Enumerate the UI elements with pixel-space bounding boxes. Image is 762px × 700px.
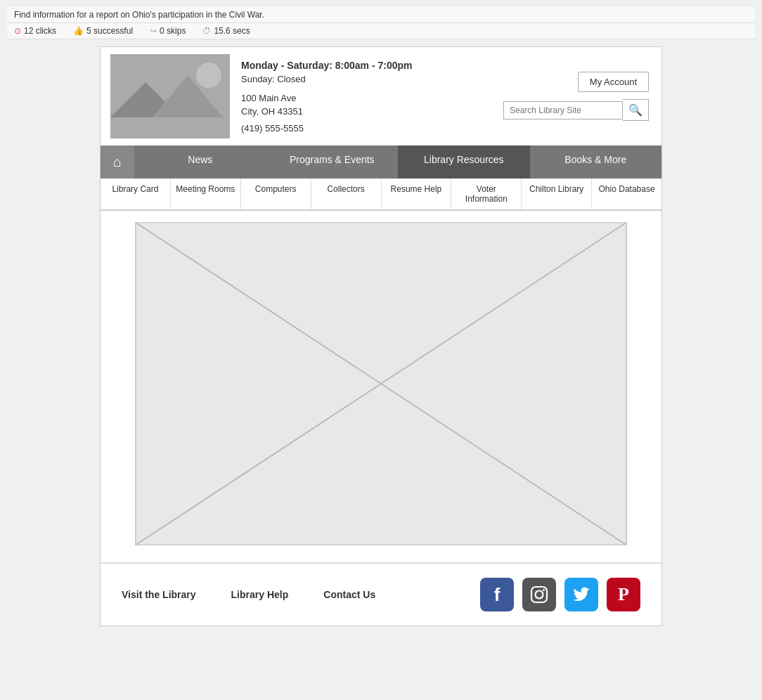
nav-news[interactable]: News <box>134 145 266 179</box>
address: 100 Main Ave City, OH 43351 <box>241 91 492 119</box>
phone: (419) 555-5555 <box>241 123 492 134</box>
sub-resume-help[interactable]: Resume Help <box>382 179 452 209</box>
sub-ohio-database[interactable]: Ohio Database <box>592 179 661 209</box>
svg-point-9 <box>543 589 545 591</box>
sub-collectors[interactable]: Collectors <box>311 179 382 209</box>
nav-programs[interactable]: Programs & Events <box>266 145 398 179</box>
footer-visit[interactable]: Visit the Library <box>122 589 196 600</box>
nav-secondary: Library Card Meeting Rooms Computers Col… <box>101 179 661 211</box>
nav-library-resources[interactable]: Library Resources <box>398 145 529 179</box>
svg-point-3 <box>196 63 221 88</box>
footer-contact[interactable]: Contact Us <box>323 589 375 600</box>
main-content <box>101 211 661 562</box>
clicks-icon: ⊙ <box>14 26 21 36</box>
twitter-icon[interactable] <box>564 578 598 611</box>
skips-icon: ↪ <box>150 26 157 36</box>
pinterest-icon[interactable]: P <box>607 578 640 611</box>
hours-line2: Sunday: Closed <box>241 74 492 84</box>
search-bar: 🔍 <box>503 99 649 121</box>
logo-image <box>110 54 230 138</box>
facebook-icon[interactable]: f <box>480 578 514 611</box>
footer-social: f P <box>480 578 640 611</box>
search-input[interactable] <box>503 101 623 119</box>
sub-chilton-library[interactable]: Chilton Library <box>522 179 592 209</box>
annotation-bar: Find information for a report on Ohio's … <box>7 7 755 23</box>
svg-point-8 <box>536 591 543 599</box>
instagram-icon[interactable] <box>522 578 556 611</box>
footer-help[interactable]: Library Help <box>231 589 289 600</box>
header-right: My Account 🔍 <box>503 72 652 121</box>
stats-bar: ⊙ 12 clicks 👍 5 successful ↪ 0 skips ⏱ 1… <box>7 23 755 39</box>
thumb-icon: 👍 <box>73 26 84 36</box>
my-account-button[interactable]: My Account <box>578 72 649 92</box>
footer-links: Visit the Library Library Help Contact U… <box>122 589 480 600</box>
successful-stat: 👍 5 successful <box>73 26 133 36</box>
address-line2: City, OH 43351 <box>241 105 492 119</box>
sub-voter-information[interactable]: Voter Information <box>451 179 522 209</box>
hours-line1: Monday - Saturday: 8:00am - 7:00pm <box>241 60 492 71</box>
sub-meeting-rooms[interactable]: Meeting Rooms <box>171 179 241 209</box>
task-text: Find information for a report on Ohio's … <box>14 10 264 20</box>
address-line1: 100 Main Ave <box>241 91 492 105</box>
nav-books[interactable]: Books & More <box>530 145 661 179</box>
secs-stat: ⏱ 15.6 secs <box>202 26 250 36</box>
sub-computers[interactable]: Computers <box>241 179 311 209</box>
sub-library-card[interactable]: Library Card <box>101 179 171 209</box>
clicks-stat: ⊙ 12 clicks <box>14 26 56 36</box>
svg-rect-7 <box>531 587 547 602</box>
nav-home-button[interactable]: ⌂ <box>101 145 134 179</box>
nav-primary: ⌂ News Programs & Events Library Resourc… <box>101 145 661 179</box>
site-wrapper: Monday - Saturday: 8:00am - 7:00pm Sunda… <box>100 46 662 626</box>
site-header: Monday - Saturday: 8:00am - 7:00pm Sunda… <box>101 47 661 145</box>
clock-icon: ⏱ <box>202 26 211 36</box>
search-button[interactable]: 🔍 <box>623 99 649 121</box>
content-image <box>135 222 627 545</box>
site-footer: Visit the Library Library Help Contact U… <box>101 562 661 626</box>
skips-stat: ↪ 0 skips <box>150 26 186 36</box>
header-info: Monday - Saturday: 8:00am - 7:00pm Sunda… <box>241 60 492 134</box>
